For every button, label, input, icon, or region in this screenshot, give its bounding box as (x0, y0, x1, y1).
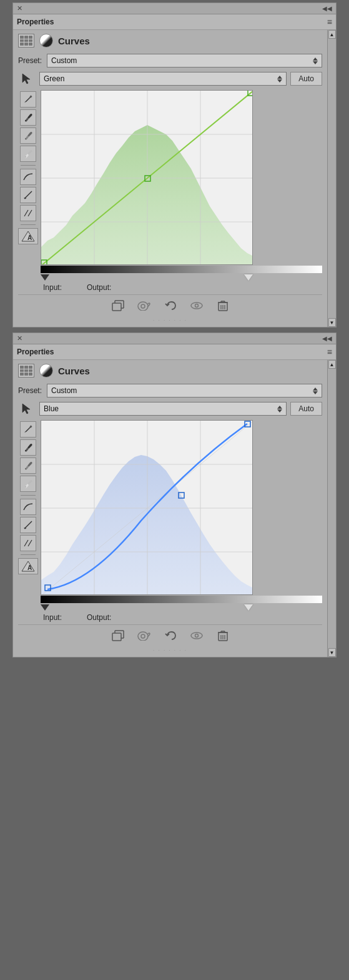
panel-menu-icon-1[interactable]: ≡ (327, 17, 332, 27)
curve-canvas-1[interactable] (41, 90, 253, 265)
white-point-slider-2[interactable] (244, 604, 253, 611)
close-icon-2[interactable]: ✕ (17, 334, 22, 342)
sample-tool-icon-2[interactable] (18, 401, 36, 416)
scroll-track-1[interactable] (329, 39, 335, 318)
scroll-down-2[interactable]: ▼ (328, 648, 336, 657)
channel-value-1: Green (44, 74, 64, 83)
panel-title-2: Properties (17, 348, 54, 356)
preset-value-2: Custom (51, 386, 77, 395)
separator-1 (21, 165, 36, 166)
resize-handle-1[interactable]: · · · · · · · (18, 318, 322, 323)
input-output-row-1: Input: Output: (41, 283, 322, 292)
eyedropper-light-1[interactable] (20, 146, 36, 162)
black-point-slider-1[interactable] (41, 274, 49, 281)
curves-title-label-1: Curves (58, 36, 90, 46)
svg-marker-37 (22, 404, 30, 414)
channel-select-2[interactable]: Blue (39, 402, 287, 416)
panel-header-1: Properties ≡ (13, 14, 336, 30)
warning-icon-1[interactable]: A (18, 228, 38, 244)
auto-button-1[interactable]: Auto (290, 72, 322, 86)
channel-row-2: Blue Auto (18, 401, 322, 416)
curve-smooth-2[interactable] (20, 499, 36, 515)
clip-layer-btn-1[interactable] (110, 299, 126, 312)
svg-rect-57 (112, 633, 121, 641)
channel-arrow-down-2 (277, 409, 282, 412)
visibility-btn-2[interactable] (189, 629, 205, 642)
svg-line-44 (28, 540, 32, 546)
output-label-1: Output: (87, 283, 111, 292)
curves-title-label-2: Curves (58, 366, 90, 376)
eyedropper-dark-2[interactable] (20, 439, 36, 456)
warning-icon-2[interactable]: A (18, 558, 38, 574)
arrow-down-2 (313, 391, 318, 394)
svg-point-25 (138, 302, 148, 311)
scrollbar-2: ▲ ▼ (327, 360, 336, 657)
svg-point-28 (195, 304, 198, 308)
channel-arrow-up-2 (277, 406, 282, 409)
svg-point-40 (25, 468, 26, 469)
input-label-2: Input: (43, 613, 62, 622)
resize-handle-2[interactable]: · · · · · · · (18, 648, 322, 653)
grid-icon-2[interactable] (18, 364, 34, 378)
scroll-down-1[interactable]: ▼ (328, 318, 336, 327)
delete-btn-2[interactable] (215, 629, 231, 642)
pencil-draw-2[interactable] (20, 517, 36, 533)
pencil-tool-2[interactable] (20, 421, 36, 438)
scrollbar-1: ▲ ▼ (327, 30, 336, 327)
half-circle-icon-1[interactable] (39, 34, 53, 48)
scroll-up-2[interactable]: ▲ (328, 360, 336, 369)
view-previous-btn-1[interactable] (136, 299, 152, 312)
channel-arrow-down-1 (277, 79, 282, 82)
svg-point-3 (25, 138, 26, 139)
half-circle-icon-2[interactable] (39, 364, 53, 378)
panel-body-2: Curves Preset: Custom (13, 360, 327, 657)
collapse-icon[interactable]: ◀◀ (322, 5, 332, 12)
auto-button-2[interactable]: Auto (290, 402, 322, 416)
preset-select-1[interactable]: Custom (47, 54, 322, 68)
preset-row-2: Preset: Custom (18, 384, 322, 398)
eyedropper-dark-1[interactable] (20, 109, 36, 126)
visibility-btn-1[interactable] (189, 299, 205, 312)
white-point-slider-1[interactable] (244, 274, 253, 281)
pencil-tool-1[interactable] (20, 91, 36, 108)
black-point-slider-2[interactable] (41, 604, 49, 611)
eyedropper-mid-1[interactable] (20, 128, 36, 144)
slash-tool-1[interactable] (20, 205, 36, 221)
close-icon[interactable]: ✕ (17, 4, 22, 12)
curve-smooth-1[interactable] (20, 169, 36, 185)
channel-select-1[interactable]: Green (39, 72, 287, 86)
view-previous-btn-2[interactable] (136, 629, 152, 642)
eyedropper-light-2[interactable] (20, 476, 36, 492)
scroll-track-2[interactable] (329, 369, 335, 648)
panel-title-1: Properties (17, 18, 54, 26)
channel-row-1: Green Auto (18, 71, 322, 86)
svg-point-2 (25, 120, 26, 121)
clip-layer-btn-2[interactable] (110, 629, 126, 642)
separator-2 (21, 224, 36, 225)
sample-tool-icon-1[interactable] (18, 71, 36, 86)
panel-topbar-2: ✕ ◀◀ (13, 333, 336, 344)
curve-canvas-2[interactable] (41, 420, 253, 595)
preset-row-1: Preset: Custom (18, 54, 322, 68)
eyedropper-mid-2[interactable] (20, 458, 36, 474)
pencil-draw-1[interactable] (20, 187, 36, 203)
undo-btn-2[interactable] (162, 629, 179, 642)
preset-select-2[interactable]: Custom (47, 384, 322, 398)
scroll-up-1[interactable]: ▲ (328, 30, 336, 39)
svg-line-42 (24, 521, 32, 529)
curves-title-bar-1: Curves (18, 34, 322, 48)
slash-tool-2[interactable] (20, 535, 36, 551)
bottom-toolbar-2 (18, 624, 322, 646)
panel-menu-icon-2[interactable]: ≡ (327, 347, 332, 357)
channel-arrow-up-1 (277, 76, 282, 79)
grid-icon-1[interactable] (18, 34, 34, 48)
undo-btn-1[interactable] (162, 299, 179, 312)
collapse-icon-2[interactable]: ◀◀ (322, 335, 332, 342)
delete-btn-1[interactable] (215, 299, 231, 312)
curves-panel-green: ✕ ◀◀ Properties ≡ (12, 2, 337, 328)
svg-line-7 (28, 210, 32, 216)
slider-row-2 (41, 604, 253, 611)
preset-label-1: Preset: (18, 56, 43, 65)
svg-point-63 (141, 634, 145, 638)
panel-body-1: Curves Preset: Custom (13, 30, 327, 327)
